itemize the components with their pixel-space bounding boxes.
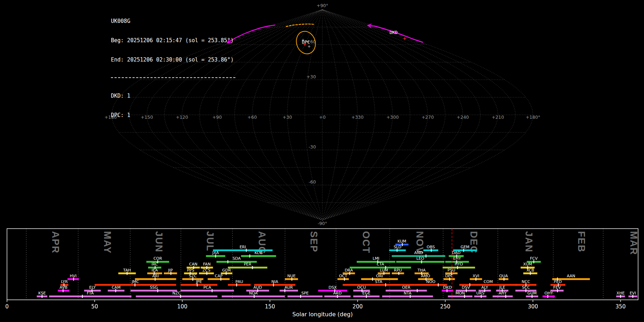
shower-bar-dkd <box>442 290 453 292</box>
shower-label-dsv: DSV <box>462 285 470 290</box>
shower-label-fan: FAN <box>203 262 211 267</box>
lat-label: -60 <box>309 179 316 185</box>
shower-label-ncc: NCC <box>522 279 530 284</box>
shower-label-eri: ERI <box>240 245 246 249</box>
x-axis-title: Solar longitude (deg) <box>292 311 353 318</box>
shower-label-urs: URS <box>476 291 484 296</box>
shower-label-gum: GUM <box>527 291 537 296</box>
shower-label-per: PER <box>244 262 252 267</box>
shower-bar-qua <box>499 278 508 280</box>
lat-label-north-pole: +90° <box>317 3 328 8</box>
shower-label-fev: FEV <box>553 285 561 290</box>
shower-label-ehy: EHY <box>453 256 461 261</box>
shower-label-oct: OCT <box>339 274 347 278</box>
lon-label: +210 <box>492 114 504 120</box>
shower-label-fta: FTA <box>87 291 94 296</box>
lon-label: +300 <box>386 114 399 120</box>
shower-bar-mon <box>448 296 473 297</box>
shower-label-obs: OBS <box>427 245 435 249</box>
x-tick-label: 50 <box>91 303 98 310</box>
shower-peak-sda <box>228 260 228 263</box>
shower-label-jpe: JPE <box>196 279 202 284</box>
shower-bar-leo <box>396 261 444 263</box>
shower-label-rpu: RPU <box>394 268 402 273</box>
lat-label-south-pole: -90° <box>318 221 327 225</box>
shower-peak-kcg <box>249 254 250 258</box>
shower-label-dra: DRA <box>345 268 353 273</box>
x-tick-label: 300 <box>528 303 538 310</box>
shower-bar-rpu <box>392 273 404 274</box>
lon-label: +30 <box>283 114 292 120</box>
shower-label-aan: AAN <box>567 274 575 278</box>
lon-label: +240 <box>457 114 469 120</box>
dpc-map-label: DPC <box>302 39 310 45</box>
shower-label-fed: FED <box>554 279 562 284</box>
shower-bar-eri <box>213 249 273 251</box>
shower-bar-ahy <box>493 296 513 297</box>
shower-label-lmi: LMI <box>373 256 380 261</box>
lon-label: +60 <box>248 114 257 120</box>
month-label: JUN <box>153 231 164 253</box>
shower-peak-noo <box>438 283 439 287</box>
shower-label-aud: AUD <box>253 285 262 290</box>
shower-label-fcv: FCV <box>530 256 538 261</box>
shower-bar-zcs <box>199 273 214 274</box>
shower-label-lyr: LYR <box>61 279 68 284</box>
shower-bar-spe <box>288 296 323 297</box>
shower-peak-pca <box>212 289 213 292</box>
shower-label-xcb: XCB <box>526 268 534 273</box>
shower-label-ard: ARD <box>333 291 342 296</box>
shower-label-psu: PSU <box>448 268 455 273</box>
shower-label-qua: QUA <box>499 274 508 278</box>
shower-label-xum: XUM <box>523 262 532 267</box>
shower-label-ahy: AHY <box>499 291 507 296</box>
shower-label-nda: NDA <box>249 291 258 296</box>
shower-bar-aur <box>279 290 298 292</box>
dpc-drift-track <box>286 24 314 26</box>
shower-label-nue: NUE <box>287 274 296 278</box>
x-tick-label: 100 <box>177 303 187 310</box>
shower-label-hyd: HYD <box>455 262 463 267</box>
shower-label-irc: IRC <box>151 262 158 267</box>
shower-label-can: CAN <box>189 262 197 267</box>
shower-activity-timeline: APRMAYJUNJULAUGSEPOCTNOVDECJANFEBMARKUME… <box>0 225 644 322</box>
shower-label-sta: STA <box>375 279 382 284</box>
shower-bar-jmc <box>95 284 176 286</box>
x-tick-label: 350 <box>615 303 626 310</box>
shower-label-ocu: OCU <box>357 285 366 290</box>
shower-label-com: COM <box>484 279 493 284</box>
month-label: OCT <box>361 231 371 254</box>
month-label: JAN <box>523 231 534 253</box>
shower-label-jle: JLE <box>499 285 505 290</box>
shower-bar-kcg <box>241 255 276 257</box>
chart-border <box>7 229 638 300</box>
shower-peak-sta <box>385 283 386 287</box>
shower-label-ori: ORI <box>376 274 383 278</box>
shower-label-cap: CAP <box>215 274 223 278</box>
shower-bar-nzc <box>136 296 218 297</box>
shower-label-tha: THA <box>417 268 426 273</box>
shower-label-szc: SZC <box>189 274 197 278</box>
shower-label-xvi: XVI <box>473 274 479 278</box>
shower-label-aur: AUR <box>285 285 293 290</box>
shower-label-kcg: KCG <box>254 250 263 255</box>
shower-label-cor: COR <box>153 256 162 261</box>
shower-label-nia: NIA <box>271 279 278 284</box>
shower-label-gem: GEM <box>460 245 469 249</box>
lon-label: +330 <box>351 114 364 120</box>
shower-peak-ori <box>372 278 373 281</box>
shower-label-nta: NTA <box>404 291 411 296</box>
shower-bar-urs <box>474 296 486 297</box>
shower-label-leo: LEO <box>416 256 424 261</box>
shower-label-tah: TAH <box>123 268 131 273</box>
shower-label-ari: ARI <box>152 274 159 278</box>
grid-meridian <box>322 10 428 220</box>
shower-bar-hvi <box>68 278 79 280</box>
shower-bar-dpc <box>444 278 455 280</box>
shower-label-aly: ALY <box>481 285 488 290</box>
shower-bar-lmi <box>357 261 395 263</box>
shower-label-cam: CAM <box>112 285 121 290</box>
shower-label-lum: LUM <box>380 268 388 273</box>
shower-label-hvi: HVI <box>70 274 77 278</box>
shower-bar-per <box>228 267 267 268</box>
